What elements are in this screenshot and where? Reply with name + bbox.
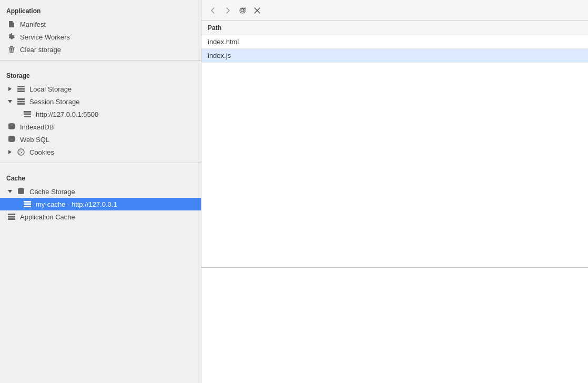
sidebar-item-application-cache[interactable]: Application Cache [0, 210, 201, 223]
svg-rect-6 [17, 88, 25, 90]
cache-storage-icon [17, 187, 25, 196]
svg-rect-2 [10, 26, 12, 26]
sidebar-item-service-workers[interactable]: Service Workers [0, 31, 201, 43]
session-storage-url-label: http://127.0.0.1:5500 [36, 110, 98, 118]
sidebar-item-web-sql[interactable]: Web SQL [0, 133, 201, 146]
manifest-icon [7, 20, 16, 28]
local-storage-arrow [7, 86, 13, 92]
forward-button[interactable] [221, 4, 234, 17]
session-storage-label: Session Storage [29, 98, 79, 106]
forward-icon [224, 7, 231, 14]
svg-rect-24 [24, 206, 31, 207]
svg-rect-0 [10, 24, 13, 24]
divider-1 [0, 60, 201, 61]
indexeddb-icon [7, 123, 16, 131]
cookie-icon [17, 148, 25, 156]
svg-rect-8 [17, 98, 25, 100]
refresh-icon [238, 6, 247, 15]
back-icon [209, 7, 217, 14]
service-workers-label: Service Workers [20, 33, 70, 41]
back-button[interactable] [207, 4, 219, 17]
cookies-arrow [7, 149, 13, 155]
sidebar-item-local-storage[interactable]: Local Storage [0, 83, 201, 95]
trash-icon [7, 45, 16, 54]
session-storage-url-icon [23, 110, 32, 118]
svg-rect-13 [24, 116, 31, 117]
svg-rect-12 [24, 114, 31, 115]
table-row[interactable]: index.html [201, 35, 588, 49]
cache-table: Path index.html index.js [201, 21, 588, 63]
svg-rect-5 [17, 86, 25, 87]
table-row[interactable]: index.js [201, 49, 588, 63]
sidebar-item-session-storage[interactable]: Session Storage [0, 95, 201, 108]
application-cache-label: Application Cache [20, 213, 75, 221]
refresh-button[interactable] [236, 4, 249, 17]
cache-storage-arrow [7, 189, 13, 194]
sidebar-item-indexeddb[interactable]: IndexedDB [0, 120, 201, 133]
svg-rect-1 [10, 25, 13, 25]
session-storage-arrow [7, 99, 13, 104]
indexeddb-label: IndexedDB [20, 123, 54, 131]
svg-rect-23 [24, 204, 31, 205]
application-section-label: Application [0, 0, 201, 18]
local-storage-label: Local Storage [29, 85, 72, 93]
close-icon [254, 7, 260, 14]
sidebar-item-cookies[interactable]: Cookies [0, 146, 201, 158]
application-cache-icon [7, 213, 16, 221]
sidebar-item-session-storage-url[interactable]: http://127.0.0.1:5500 [0, 108, 201, 120]
local-storage-icon [17, 85, 25, 93]
svg-point-19 [19, 153, 21, 154]
storage-section-label: Storage [0, 65, 201, 83]
svg-point-20 [22, 150, 23, 152]
cache-storage-label: Cache Storage [29, 188, 75, 196]
svg-rect-4 [8, 47, 15, 48]
gear-icon [7, 33, 16, 41]
sidebar: Application Manifest Service Workers Cle… [0, 0, 201, 383]
my-cache-label: my-cache - http://127.0.0.1 [36, 200, 117, 208]
column-path: Path [201, 21, 588, 35]
svg-rect-25 [8, 214, 15, 215]
preview-area [201, 267, 588, 383]
svg-rect-7 [17, 90, 25, 92]
svg-point-17 [19, 150, 21, 152]
cookies-label: Cookies [29, 148, 54, 156]
svg-rect-22 [24, 201, 31, 203]
path-cell: index.html [201, 35, 588, 49]
sidebar-item-manifest[interactable]: Manifest [0, 18, 201, 31]
main-panel: Path index.html index.js [201, 0, 588, 383]
web-sql-icon [7, 135, 16, 144]
svg-rect-3 [10, 46, 13, 47]
sidebar-item-clear-storage[interactable]: Clear storage [0, 43, 201, 56]
my-cache-icon [23, 200, 32, 208]
svg-rect-11 [24, 111, 31, 113]
svg-rect-9 [17, 101, 25, 103]
clear-storage-label: Clear storage [20, 46, 61, 54]
svg-rect-26 [8, 216, 15, 218]
svg-rect-27 [8, 218, 15, 220]
svg-point-16 [18, 149, 24, 155]
web-sql-label: Web SQL [20, 136, 49, 144]
toolbar [201, 0, 588, 21]
svg-point-18 [21, 152, 22, 153]
sidebar-item-cache-storage[interactable]: Cache Storage [0, 185, 201, 198]
session-storage-icon [17, 97, 25, 106]
cache-section-label: Cache [0, 167, 201, 185]
svg-rect-10 [17, 103, 25, 105]
divider-2 [0, 163, 201, 163]
manifest-label: Manifest [20, 21, 46, 28]
path-cell: index.js [201, 49, 588, 63]
close-button[interactable] [251, 4, 263, 17]
sidebar-item-my-cache[interactable]: my-cache - http://127.0.0.1 [0, 198, 201, 210]
table-area: Path index.html index.js [201, 21, 588, 267]
